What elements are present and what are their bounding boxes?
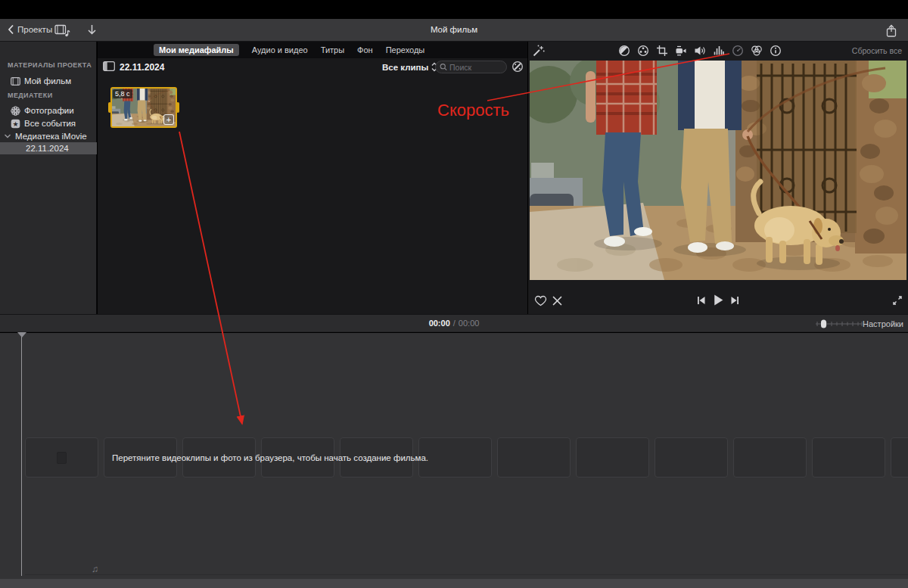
timeline-header: 00:00 / 00:00 Настройки <box>0 314 908 332</box>
skip-back-icon[interactable] <box>696 295 707 306</box>
film-icon <box>11 77 20 86</box>
sidebar-label: Мой фильм <box>24 76 71 86</box>
music-note-icon: ♫ <box>92 564 98 574</box>
timeline-placeholder-slot <box>891 437 908 478</box>
tab-background[interactable]: Фон <box>357 45 373 54</box>
section-media-libraries: МЕДИАТЕКИ <box>8 92 53 99</box>
sidebar-label: 22.11.2024 <box>26 144 69 153</box>
chevron-down-icon <box>4 133 11 139</box>
clips-filter-dropdown[interactable]: Все клипы <box>382 62 437 72</box>
search-icon <box>440 63 447 71</box>
color-balance-icon[interactable] <box>618 45 630 57</box>
sidebar-item-event-date[interactable]: 22.11.2024 <box>0 142 97 154</box>
crop-icon[interactable] <box>656 45 668 57</box>
timeline-placeholder-slot <box>812 437 885 478</box>
media-tabs: Мои медиафайлы Аудио и видео Титры Фон П… <box>98 42 527 58</box>
timeline-zoom-slider[interactable] <box>816 319 863 328</box>
viewer-panel: Сбросить все <box>528 42 908 314</box>
search-input[interactable] <box>449 63 502 72</box>
clip-placeholder-icon <box>57 452 67 464</box>
sidebar-item-all-events[interactable]: ★ Все события <box>0 117 97 129</box>
reject-x-icon[interactable] <box>552 295 563 306</box>
sidebar-label: Фотографии <box>24 106 74 115</box>
timeline-placeholder-slot <box>733 437 807 478</box>
tab-my-media[interactable]: Мои медиафайлы <box>154 44 239 56</box>
settings-button[interactable]: Настройки <box>863 319 903 328</box>
sidebar-toggle-icon[interactable] <box>103 61 115 71</box>
clip-appearance-icon[interactable] <box>512 61 524 73</box>
svg-text:★: ★ <box>12 120 18 127</box>
video-clip-thumbnail[interactable]: 5,8 с + <box>110 87 177 128</box>
playhead-marker[interactable] <box>17 332 26 338</box>
all-events-star-icon: ★ <box>11 119 20 129</box>
time-separator: / <box>453 319 456 328</box>
bottom-strip <box>0 579 908 588</box>
volume-icon[interactable] <box>694 45 706 57</box>
tab-titles[interactable]: Титры <box>321 45 344 54</box>
play-icon[interactable] <box>712 294 725 306</box>
fullscreen-icon[interactable] <box>892 295 903 306</box>
enhance-wand-icon[interactable] <box>532 45 545 58</box>
search-field[interactable] <box>435 61 507 73</box>
skip-forward-icon[interactable] <box>730 295 741 306</box>
audio-lane-divider <box>25 574 908 575</box>
sidebar-label: Медиатека iMovie <box>15 132 87 141</box>
viewer-toolbar: Сбросить все <box>528 42 908 61</box>
project-title: Мой фильм <box>0 25 908 34</box>
info-icon[interactable] <box>770 45 782 57</box>
sidebar-item-photos[interactable]: Фотографии <box>0 104 97 117</box>
timeline-placeholder-slot <box>25 437 98 478</box>
tab-audio-video[interactable]: Аудио и видео <box>252 45 308 54</box>
timeline-placeholder-text: Перетяните видеоклипы и фото из браузера… <box>112 453 428 462</box>
favorite-heart-icon[interactable] <box>534 295 547 306</box>
speed-icon[interactable] <box>732 45 744 57</box>
playhead-line <box>21 337 22 576</box>
share-icon[interactable] <box>885 24 897 38</box>
browser-header-row: 22.11.2024 Все клипы <box>98 58 527 76</box>
reset-all-button[interactable]: Сбросить все <box>852 46 902 55</box>
event-date-header: 22.11.2024 <box>120 62 164 73</box>
timeline-placeholder-slot <box>576 437 649 478</box>
total-time: 00:00 <box>459 319 480 328</box>
current-time: 00:00 <box>429 319 450 328</box>
media-browser-panel: Мои медиафайлы Аудио и видео Титры Фон П… <box>98 42 527 314</box>
section-project-materials: МАТЕРИАЛЫ ПРОЕКТА <box>8 61 92 69</box>
playback-controls <box>528 291 908 311</box>
timeline-area[interactable]: Перетяните видеоклипы и фото из браузера… <box>0 333 908 579</box>
title-bar: Проекты Мой фильм <box>0 19 908 42</box>
sidebar-label: Все события <box>24 119 76 128</box>
tab-transitions[interactable]: Переходы <box>386 45 425 54</box>
video-preview[interactable] <box>530 61 906 280</box>
clip-duration-badge: 5,8 с <box>113 89 132 98</box>
timeline-placeholder-slot <box>497 437 571 478</box>
imovie-window: Проекты Мой фильм МАТЕРИАЛЫ ПРОЕКТА <box>0 0 908 588</box>
stabilization-icon[interactable] <box>675 45 687 57</box>
add-to-timeline-button[interactable]: + <box>163 114 174 125</box>
photos-flower-icon <box>11 106 20 116</box>
sidebar-item-imovie-library[interactable]: Медиатека iMovie <box>0 130 97 142</box>
sidebar-item-my-movie[interactable]: Мой фильм <box>0 75 97 87</box>
sidebar: МАТЕРИАЛЫ ПРОЕКТА Мой фильм МЕДИАТЕКИ Фо… <box>0 42 97 314</box>
timeline-placeholder-slot <box>655 437 728 478</box>
color-correction-icon[interactable] <box>637 45 649 57</box>
time-display: 00:00 / 00:00 <box>429 319 480 328</box>
clip-filters-icon[interactable] <box>751 45 763 57</box>
clips-filter-label: Все клипы <box>382 63 428 72</box>
timeline-placeholder-slot <box>418 437 492 478</box>
noise-eq-icon[interactable] <box>713 45 725 57</box>
zoom-slider-thumb[interactable] <box>821 320 826 328</box>
